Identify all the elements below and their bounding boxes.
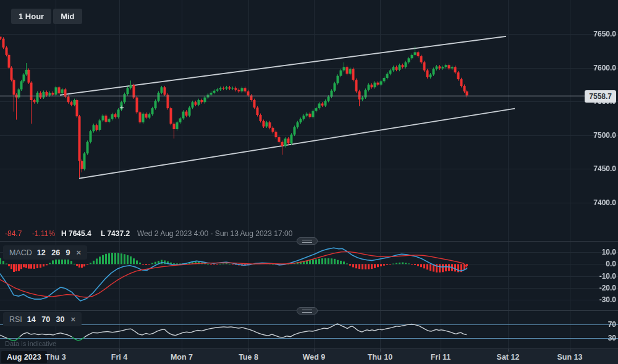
time-axis-tick [56, 349, 56, 352]
time-axis-tick [570, 349, 570, 352]
rsi-axis-tick: 70 [608, 320, 616, 329]
macd-indicator-badge[interactable]: MACD 12 26 9 × [3, 245, 87, 260]
macd-axis-tick: -10.0 [599, 272, 616, 281]
macd-axis-tick: -20.0 [599, 284, 616, 292]
data-indicative-note: Data is indicative [5, 340, 56, 347]
timeframe-button[interactable]: 1 Hour [11, 9, 51, 24]
price-axis-tick: 7450.0 [593, 164, 616, 173]
macd-close-icon[interactable]: × [77, 248, 82, 257]
current-price-badge: 7558.7 [585, 90, 616, 103]
grip-icon [302, 240, 312, 243]
macd-label: MACD [9, 248, 32, 257]
panel-resize-handle-rsi[interactable] [297, 307, 318, 315]
time-axis-tick [182, 349, 182, 352]
time-axis-tick [508, 349, 509, 352]
time-axis-tick [314, 349, 315, 352]
rsi-label: RSI [9, 315, 22, 324]
period-low: L 7437.2 [101, 229, 130, 238]
price-axis-tick: 7650.0 [593, 30, 616, 38]
period-label: Aug 2023 [1, 351, 47, 363]
rsi-axis-tick: 30 [608, 334, 616, 342]
price-axis-tick: 7500.0 [593, 131, 616, 140]
time-axis-tick [380, 349, 381, 352]
visible-date-range: Wed 2 Aug 2023 4:00 - Sun 13 Aug 2023 17… [137, 229, 292, 238]
macd-axis-tick: -30.0 [599, 295, 616, 304]
price-axis-tick: 7400.0 [593, 198, 616, 207]
rsi-params: 14 70 30 [27, 315, 65, 324]
price-change: -84.7 [5, 229, 22, 238]
panel-resize-handle-macd[interactable] [297, 237, 318, 245]
macd-axis-tick: 10.0 [602, 248, 616, 256]
trading-chart-app: 1 Hour Mid 7650.07600.07550.07500.07450.… [0, 0, 618, 364]
grip-icon [302, 310, 312, 313]
period-high: H 7645.4 [61, 229, 91, 238]
chart-toolbar: 1 Hour Mid [11, 9, 82, 24]
price-change-percent: -1.11% [32, 229, 55, 238]
time-axis-tick [441, 349, 441, 352]
price-axis-tick: 7600.0 [593, 64, 616, 72]
time-axis[interactable]: Aug 2023 Thu 3Fri 4Mon 7Tue 8Wed 9Thu 10… [0, 349, 618, 364]
time-axis-tick [248, 349, 249, 352]
macd-axis-tick: 0.0 [606, 260, 616, 268]
macd-params: 12 26 9 [37, 248, 70, 257]
rsi-indicator-badge[interactable]: RSI 14 70 30 × [3, 312, 82, 326]
price-type-button[interactable]: Mid [53, 9, 82, 24]
rsi-close-icon[interactable]: × [71, 315, 76, 324]
time-axis-tick [119, 349, 120, 352]
crosshair-marker: + [119, 103, 124, 112]
